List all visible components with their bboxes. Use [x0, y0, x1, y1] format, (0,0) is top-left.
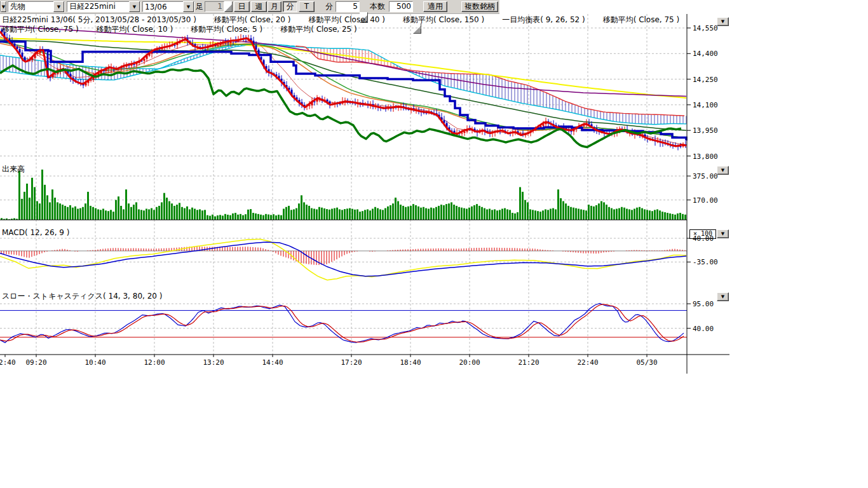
period-button-2[interactable]: 週	[251, 1, 267, 12]
legend-item: 移動平均( Close, 10 )	[97, 25, 173, 34]
macd-pane	[0, 240, 687, 280]
macd-axis-label: 40.00	[693, 234, 714, 243]
time-axis-label: 09:20	[25, 358, 46, 367]
chevron-down-icon[interactable]: ▼	[183, 1, 194, 12]
legend-item: 日経225mini 13/06( 5分, 2013/05/28 - 2013/0…	[2, 15, 196, 24]
combo-instrument-type-value: 先物	[8, 1, 53, 12]
stoch-axis-label: 95.00	[693, 300, 714, 308]
period-button-4[interactable]: 分	[283, 1, 297, 12]
time-axis-label: 10:40	[85, 358, 105, 367]
chevron-down-icon: ▼	[721, 295, 724, 299]
chart-area: 日経225mini 13/06( 5分, 2013/05/28 - 2013/0…	[0, 13, 868, 382]
moving-averages	[0, 26, 686, 145]
time-axis-label: 17:20	[341, 358, 362, 367]
period-button-1[interactable]: 日	[234, 1, 250, 12]
combo-contract-month-value: 13/06	[143, 3, 183, 11]
ashi-value-field[interactable]: 1	[205, 1, 224, 12]
chevron-down-icon: ▼	[721, 232, 724, 236]
minute-label: 分	[325, 1, 333, 12]
pane-menu-button[interactable]: ▼	[717, 17, 729, 26]
macd-line	[0, 240, 686, 280]
legend-item: 移動平均( Close, 20 )	[214, 15, 291, 24]
candles	[1, 28, 687, 151]
volume-bars	[1, 170, 686, 220]
combo-contract-month[interactable]: 13/06▼	[142, 1, 194, 12]
app-window: ▼ 先物▼日経225mini▼13/06▼ 足 1 日週月分T 分 5 本数 5…	[0, 0, 868, 488]
chevron-down-icon[interactable]: ▼	[1, 1, 6, 12]
time-axis-label: 18:40	[400, 358, 421, 367]
legend-item: 一目均衡表( 9, 26, 52 )	[502, 15, 585, 24]
bars-label: 本数	[370, 1, 385, 12]
chevron-down-icon[interactable]: ▼	[129, 1, 140, 12]
time-axis-label: 14:40	[262, 358, 283, 367]
legend-item: 移動平均( Close, 75 )	[603, 15, 680, 24]
price-axis-label: 14,400	[693, 50, 718, 58]
stoch-axis-label: 40.00	[693, 325, 714, 333]
apply-button[interactable]: 適用	[423, 1, 447, 12]
combo-instrument-type[interactable]: 先物▼	[8, 1, 65, 12]
time-axis-label: 02:40	[0, 358, 16, 367]
macd-pane-title: MACD( 12, 26, 9 )	[2, 228, 69, 237]
ashi-label: 足	[196, 1, 203, 12]
ashi-spinner[interactable]	[224, 1, 233, 12]
minute-value-field[interactable]: 5	[336, 1, 360, 12]
price-axis-label: 14,250	[693, 76, 718, 84]
pane-menu-button[interactable]: ▼	[717, 166, 729, 175]
stoch-d-line	[0, 304, 684, 342]
chevron-down-icon: ▼	[721, 20, 724, 24]
multi-symbol-button[interactable]: 複数銘柄	[461, 1, 498, 12]
volume-axis-label: 375.00	[693, 172, 718, 180]
price-axis-label: 14,100	[693, 101, 718, 109]
time-axis-label: 05/30	[636, 358, 657, 367]
macd-axis-label: -35.00	[693, 258, 718, 266]
chevron-down-icon: ▼	[721, 168, 724, 173]
legend-item: 移動平均( Close, 5 )	[191, 25, 262, 34]
chart-canvas[interactable]	[0, 13, 868, 382]
volume-axis-label: 170.00	[693, 196, 718, 205]
price-axis-label: 14,550	[693, 24, 718, 32]
mini-combo[interactable]: ▼	[0, 1, 7, 12]
chevron-down-icon[interactable]: ▼	[53, 1, 64, 12]
legend-item: 移動平均( Close, 75 )	[2, 25, 79, 34]
macd-signal-line	[0, 242, 686, 276]
stoch-pane	[0, 303, 687, 342]
combo-symbol-value: 日経225mini	[67, 1, 129, 12]
legend-row-2: 移動平均( Close, 75 )移動平均( Close, 10 )移動平均( …	[2, 24, 375, 35]
combo-symbol[interactable]: 日経225mini▼	[67, 1, 140, 12]
time-axis-label: 22:40	[577, 358, 598, 367]
pane-menu-button[interactable]: ▼	[717, 292, 729, 301]
period-button-5[interactable]: T	[299, 1, 315, 12]
pane-menu-button[interactable]: ▼	[717, 229, 729, 238]
stoch-pane-title: スロー・ストキャスティクス( 14, 3, 80, 20 )	[2, 291, 162, 302]
price-axis-label: 13,950	[693, 126, 718, 135]
bars-value-field[interactable]: 500	[389, 1, 413, 12]
legend-item: 移動平均( Close, 40 )	[308, 15, 385, 24]
time-axis-label: 13:20	[203, 358, 224, 367]
price-axis-label: 13,800	[693, 152, 718, 161]
time-axis-label: 12:00	[144, 358, 165, 367]
toolbar: ▼ 先物▼日経225mini▼13/06▼ 足 1 日週月分T 分 5 本数 5…	[0, 0, 499, 14]
time-axis-label: 21:20	[518, 358, 539, 367]
gridlines	[0, 14, 687, 355]
legend-item: 移動平均( Close, 150 )	[403, 15, 484, 24]
period-button-3[interactable]: 月	[268, 1, 281, 12]
legend-item: 移動平均( Close, 25 )	[280, 25, 357, 34]
spinner-icon	[225, 4, 232, 11]
time-axis-label: 20:00	[459, 358, 480, 367]
volume-pane-title: 出来高	[2, 164, 25, 175]
